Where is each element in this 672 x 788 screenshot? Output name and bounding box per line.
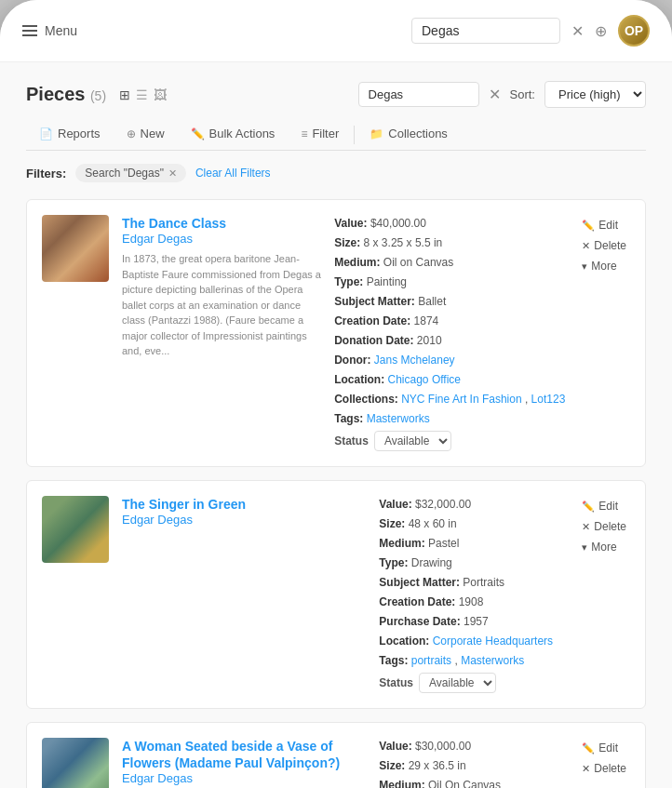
new-icon: ⊕ bbox=[127, 127, 136, 140]
hamburger-icon bbox=[22, 25, 37, 36]
subnav-new[interactable]: ⊕ New bbox=[114, 119, 178, 150]
top-bar: Menu ✕ ⊕ OP bbox=[0, 0, 672, 62]
item-thumbnail-dance-class bbox=[42, 215, 109, 282]
detail-subject-1: Subject Matter: Portraits bbox=[379, 574, 565, 591]
detail-donation-0: Donation Date: 2010 bbox=[334, 332, 565, 349]
subnav-reports[interactable]: 📄 Reports bbox=[26, 119, 114, 150]
detail-tags-0: Tags: Masterworks bbox=[334, 410, 565, 427]
delete-icon-1: ✕ bbox=[582, 521, 590, 533]
edit-button-0[interactable]: ✏️ Edit bbox=[578, 217, 630, 234]
subnav-collections-label: Collections bbox=[388, 127, 448, 140]
detail-size-0: Size: 8 x 3.25 x 5.5 in bbox=[334, 234, 565, 251]
detail-size-2: Size: 29 x 36.5 in bbox=[379, 757, 565, 774]
grid-view-icon[interactable]: ⊞ bbox=[119, 87, 130, 102]
edit-button-1[interactable]: ✏️ Edit bbox=[578, 498, 630, 514]
global-search-input[interactable] bbox=[411, 18, 560, 44]
item-title-singer-green[interactable]: The Singer in Green bbox=[122, 496, 366, 513]
delete-button-0[interactable]: ✕ Delete bbox=[578, 237, 630, 254]
filters-label: Filters: bbox=[26, 167, 66, 180]
view-icons: ⊞ ☰ 🖼 bbox=[119, 87, 167, 102]
item-thumbnail-woman-flowers bbox=[42, 738, 109, 788]
item-details-woman-flowers: Value: $30,000.00 Size: 29 x 36.5 in Med… bbox=[379, 738, 565, 788]
delete-button-2[interactable]: ✕ Delete bbox=[578, 760, 630, 777]
more-icon-0: ▾ bbox=[582, 260, 587, 273]
clear-pieces-search-icon[interactable]: ✕ bbox=[489, 86, 501, 103]
remove-filter-icon[interactable]: ✕ bbox=[168, 167, 177, 180]
filter-tag-text: Search "Degas" bbox=[85, 167, 164, 180]
detail-value-2: Value: $30,000.00 bbox=[379, 738, 565, 755]
clear-search-icon[interactable]: ✕ bbox=[571, 22, 584, 40]
detail-size-1: Size: 48 x 60 in bbox=[379, 515, 565, 532]
collections-link-0a[interactable]: NYC Fine Art In Fashion bbox=[401, 393, 521, 406]
more-button-1[interactable]: ▾ More bbox=[578, 539, 630, 555]
search-filter: ✕ Sort: Price (high) Price (low) Title A… bbox=[358, 81, 646, 108]
clear-all-filters-link[interactable]: Clear All Filters bbox=[195, 167, 271, 180]
status-row-0: Status Available On Loan Sold bbox=[334, 431, 565, 451]
image-view-icon[interactable]: 🖼 bbox=[154, 87, 167, 102]
location-link-1[interactable]: Corporate Headquarters bbox=[433, 634, 553, 648]
subnav-bulk-label: Bulk Actions bbox=[209, 127, 276, 140]
detail-location-1: Location: Corporate Headquarters bbox=[379, 633, 565, 649]
item-body-singer-green: The Singer in Green Edgar Degas bbox=[122, 496, 366, 693]
sort-select[interactable]: Price (high) Price (low) Title A-Z Date bbox=[544, 81, 646, 108]
tags-link-1b[interactable]: Masterworks bbox=[461, 654, 524, 667]
subnav-reports-label: Reports bbox=[58, 127, 101, 140]
detail-creation-1: Creation Date: 1908 bbox=[379, 594, 565, 610]
detail-medium-1: Medium: Pastel bbox=[379, 535, 565, 552]
pieces-count: (5) bbox=[90, 88, 106, 103]
filter-icon: ≡ bbox=[301, 127, 307, 140]
more-button-0[interactable]: ▾ More bbox=[578, 258, 630, 274]
detail-medium-2: Medium: Oil On Canvas bbox=[379, 777, 565, 788]
item-artist-singer-green[interactable]: Edgar Degas bbox=[122, 513, 366, 527]
detail-type-0: Type: Painting bbox=[334, 274, 565, 290]
subnav-filter-label: Filter bbox=[312, 127, 339, 140]
avatar[interactable]: OP bbox=[618, 15, 650, 47]
delete-button-1[interactable]: ✕ Delete bbox=[578, 518, 630, 535]
subnav-bulk-actions[interactable]: ✏️ Bulk Actions bbox=[178, 119, 289, 150]
edit-icon-2: ✏️ bbox=[582, 742, 595, 755]
status-select-0[interactable]: Available On Loan Sold bbox=[374, 431, 451, 451]
delete-icon-0: ✕ bbox=[582, 240, 590, 252]
item-artist-dance-class[interactable]: Edgar Degas bbox=[122, 232, 321, 246]
tags-link-1a[interactable]: portraits bbox=[411, 654, 451, 667]
main-content: Pieces (5) ⊞ ☰ 🖼 ✕ Sort: Price (high) Pr… bbox=[0, 62, 672, 788]
reports-icon: 📄 bbox=[39, 127, 53, 140]
subnav-collections[interactable]: 📁 Collections bbox=[356, 119, 461, 150]
bulk-actions-icon: ✏️ bbox=[191, 127, 205, 140]
location-link-0[interactable]: Chicago Office bbox=[388, 373, 462, 386]
detail-medium-0: Medium: Oil on Canvas bbox=[334, 254, 565, 271]
item-actions-woman-flowers: ✏️ Edit ✕ Delete bbox=[578, 738, 630, 788]
top-bar-right: ✕ ⊕ OP bbox=[411, 15, 650, 47]
pieces-header: Pieces (5) ⊞ ☰ 🖼 ✕ Sort: Price (high) Pr… bbox=[26, 81, 646, 108]
item-details-singer-green: Value: $32,000.00 Size: 48 x 60 in Mediu… bbox=[379, 496, 565, 693]
tags-link-0[interactable]: Masterworks bbox=[367, 412, 430, 425]
detail-type-1: Type: Drawing bbox=[379, 554, 565, 571]
item-artist-woman-flowers[interactable]: Edgar Degas bbox=[122, 771, 366, 785]
item-details-dance-class: Value: $40,000.00 Size: 8 x 3.25 x 5.5 i… bbox=[334, 215, 565, 451]
item-title-dance-class[interactable]: The Dance Class bbox=[122, 215, 321, 232]
item-title-woman-flowers[interactable]: A Woman Seated beside a Vase of Flowers … bbox=[122, 738, 366, 771]
item-desc-dance-class: In 1873, the great opera baritone Jean-B… bbox=[122, 251, 321, 359]
pieces-search-input[interactable] bbox=[358, 82, 479, 107]
edit-icon-1: ✏️ bbox=[582, 501, 595, 513]
nav-divider bbox=[354, 126, 355, 144]
detail-purchase-1: Purchase Date: 1957 bbox=[379, 613, 565, 630]
subnav-filter[interactable]: ≡ Filter bbox=[288, 119, 352, 150]
detail-tags-1: Tags: portraits , Masterworks bbox=[379, 652, 565, 669]
status-select-1[interactable]: Available On Loan Sold bbox=[419, 673, 496, 693]
donor-link-0[interactable]: Jans Mchelaney bbox=[374, 354, 455, 367]
edit-button-2[interactable]: ✏️ Edit bbox=[578, 740, 630, 756]
item-body-dance-class: The Dance Class Edgar Degas In 1873, the… bbox=[122, 215, 321, 451]
item-card-dance-class: The Dance Class Edgar Degas In 1873, the… bbox=[26, 199, 646, 467]
detail-value-1: Value: $32,000.00 bbox=[379, 496, 565, 513]
menu-label: Menu bbox=[45, 23, 77, 38]
collections-link-0b[interactable]: Lot123 bbox=[531, 393, 566, 406]
item-thumbnail-singer-green bbox=[42, 496, 109, 563]
item-body-woman-flowers: A Woman Seated beside a Vase of Flowers … bbox=[122, 738, 366, 788]
list-view-icon[interactable]: ☰ bbox=[136, 87, 148, 102]
add-icon[interactable]: ⊕ bbox=[595, 22, 607, 40]
delete-icon-2: ✕ bbox=[582, 763, 590, 775]
menu-button[interactable]: Menu bbox=[22, 23, 77, 38]
item-actions-dance-class: ✏️ Edit ✕ Delete ▾ More bbox=[578, 215, 630, 451]
detail-location-0: Location: Chicago Office bbox=[334, 371, 565, 388]
